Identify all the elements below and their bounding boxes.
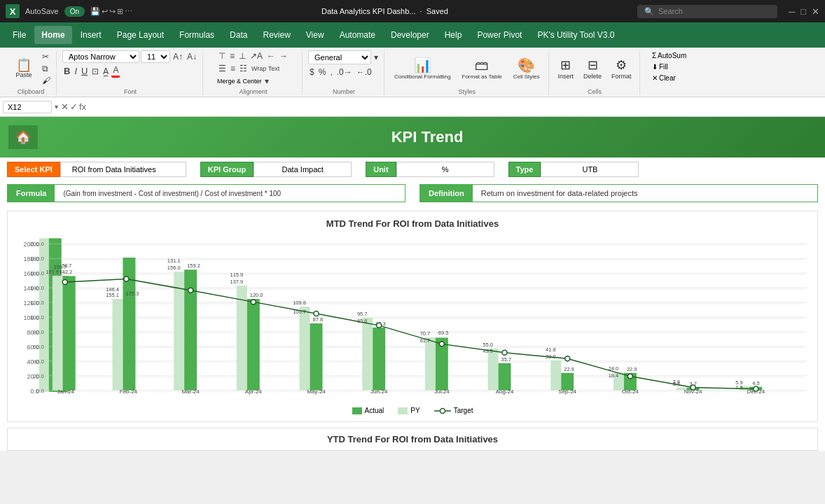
bar-sep-py [550,360,561,391]
number-format-select[interactable]: General [308,50,371,64]
menu-help[interactable]: Help [438,26,469,44]
kpi-group-value[interactable]: Data Impact [254,162,352,177]
decimal-increase-btn[interactable]: .0→ [335,66,354,78]
menu-pks-tool[interactable]: PK's Utility Tool V3.0 [530,26,621,44]
format-painter-icon[interactable]: 🖌 [41,75,52,86]
autosum-btn[interactable]: Σ AutoSum [649,50,689,61]
percent-btn[interactable]: % [317,66,328,78]
mtd-chart-full: 200.0 180.0 160.0 140.0 120.0 100.0 80.0… [15,234,810,402]
type-value[interactable]: UTB [541,162,639,177]
cell-styles-btn[interactable]: 🎨 Cell Styles [509,55,544,83]
select-kpi-label: Select KPI [7,162,60,177]
svg-text:131.1: 131.1 [167,258,181,264]
menu-formulas[interactable]: Formulas [172,26,221,44]
format-as-table-btn[interactable]: 🗃 Format as Table [458,55,506,83]
select-kpi-value[interactable]: ROI from Data Initiatives [60,162,186,177]
more-tools-icon[interactable]: ⋯ [125,7,132,16]
align-right-icon[interactable]: ☷ [238,63,249,74]
target-point-feb [124,276,129,281]
close-btn[interactable]: ✕ [812,6,819,17]
cell-reference-box[interactable] [3,101,52,113]
indent-increase-icon[interactable]: → [278,50,289,62]
ribbon-group-styles: 📊 Conditional Formatting 🗃 Format as Tab… [386,50,549,95]
bold-button[interactable]: B [62,65,71,77]
menu-page-layout[interactable]: Page Layout [110,26,171,44]
font-size-select[interactable]: 11 [141,50,170,63]
title-bar: X AutoSave On 💾 ↩ ↪ ⊞ ⋯ Data Analytics K… [0,0,825,22]
svg-text:200.0: 200.0 [30,241,45,247]
copy-icon[interactable]: ⧉ [41,63,52,74]
confirm-formula-icon[interactable]: ✓ [70,102,78,112]
menu-insert[interactable]: Insert [74,26,109,44]
search-bar[interactable]: 🔍 Search [637,5,777,18]
decimal-decrease-btn[interactable]: ←.0 [355,66,373,78]
grid-view-icon[interactable]: ⊞ [117,7,123,16]
conditional-formatting-icon: 📊 [414,57,431,74]
bar-aug-actual [499,363,511,391]
clear-btn[interactable]: ✕ Clear [649,73,679,83]
menu-file[interactable]: File [6,26,33,44]
bar-may-actual [310,323,323,391]
unit-value[interactable]: % [396,162,494,177]
formula-input[interactable] [89,102,822,113]
kpi-header: 🏠 KPI Trend [0,117,825,158]
font-family-select[interactable]: Aptos Narrow [62,50,139,63]
number-format-dropdown[interactable]: ▾ [373,52,380,63]
merge-center-btn[interactable]: Merge & Center [217,78,262,85]
menu-review[interactable]: Review [256,26,297,44]
autosave-toggle[interactable]: On [64,6,85,17]
ribbon-group-cells: ⊞ Insert ⊟ Delete ⚙ Format Cells [550,50,640,95]
ribbon-group-alignment: ⊤ ≡ ⊥ ↗A ← → ☰ ≡ ☷ Wrap Text Merge & Cen… [204,50,303,95]
type-label: Type [508,162,541,177]
menu-bar: File Home Insert Page Layout Formulas Da… [0,22,825,48]
insert-btn[interactable]: ⊞ Insert [555,56,578,81]
delete-icon: ⊟ [588,57,598,73]
align-center-icon[interactable]: ≡ [229,63,237,74]
mtd-chart-title: MTD Trend For ROI from Data Initiatives [15,218,810,229]
align-middle-icon[interactable]: ≡ [228,50,236,62]
menu-home[interactable]: Home [34,26,71,44]
indent-decrease-icon[interactable]: ← [265,50,277,62]
italic-button[interactable]: I [73,65,78,77]
fill-icon: ⬇ [652,63,658,71]
conditional-formatting-btn[interactable]: 📊 Conditional Formatting [390,55,455,83]
maximize-btn[interactable]: □ [800,6,806,17]
home-icon[interactable]: 🏠 [8,125,38,149]
align-left-icon[interactable]: ☰ [217,63,228,74]
increase-font-icon[interactable]: A↑ [172,51,184,62]
insert-function-icon[interactable]: fx [79,102,86,112]
paste-button[interactable]: 📋 Paste [10,57,38,80]
formula-expand-icon[interactable]: ▾ [55,103,58,111]
comma-btn[interactable]: , [328,66,333,78]
undo-icon[interactable]: ↩ [102,7,108,16]
wrap-text-btn[interactable]: Wrap Text [250,64,281,73]
cut-icon[interactable]: ✂ [41,51,52,62]
kpi-group-label: KPI Group [200,162,254,177]
align-bottom-icon[interactable]: ⊥ [237,50,247,62]
decrease-font-icon[interactable]: A↓ [186,51,198,62]
delete-btn[interactable]: ⊟ Delete [580,56,605,81]
menu-power-pivot[interactable]: Power Pivot [470,26,529,44]
minimize-btn[interactable]: ─ [789,6,795,17]
save-icon[interactable]: 💾 [90,7,100,16]
fill-color-button[interactable]: A̲ [102,66,110,77]
format-btn[interactable]: ⚙ Format [608,56,635,81]
redo-icon[interactable]: ↪ [109,7,116,16]
underline-button[interactable]: U [80,65,89,77]
align-top-icon[interactable]: ⊤ [217,50,227,62]
search-icon: 🔍 [644,7,654,16]
excel-logo: X [6,4,20,18]
menu-developer[interactable]: Developer [384,26,436,44]
cancel-formula-icon[interactable]: ✕ [61,102,69,112]
menu-view[interactable]: View [299,26,331,44]
menu-data[interactable]: Data [223,26,254,44]
orientation-icon[interactable]: ↗A [249,50,264,62]
font-color-button[interactable]: A [111,64,120,78]
border-button[interactable]: ⊡ [90,66,100,77]
menu-automate[interactable]: Automate [333,26,382,44]
svg-text:Apr-24: Apr-24 [245,388,262,395]
unit-label: Unit [366,162,396,177]
fill-btn[interactable]: ⬇ Fill [649,62,671,72]
merge-dropdown-icon[interactable]: ▾ [263,76,270,87]
currency-btn[interactable]: $ [308,66,316,78]
